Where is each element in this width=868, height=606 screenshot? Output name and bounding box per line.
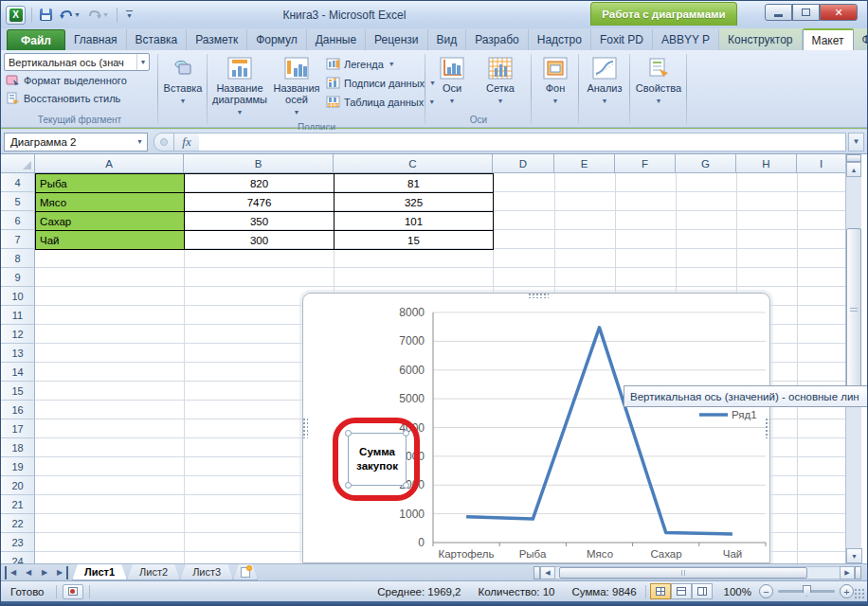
data-labels-button[interactable]: Подписи данных ▼: [324, 74, 438, 92]
reset-style-button[interactable]: Восстановить стиль: [4, 89, 155, 107]
row-header[interactable]: 5: [1, 192, 35, 211]
ribbon-tab[interactable]: Рецензи: [366, 29, 427, 50]
ribbon-tab[interactable]: Главная: [65, 29, 127, 50]
ribbon-tab[interactable]: ABBYY P: [653, 29, 719, 50]
selection-handle[interactable]: [403, 430, 409, 437]
cell-category[interactable]: Рыба: [36, 174, 185, 193]
last-sheet-button[interactable]: ▶: [53, 566, 68, 579]
selection-handle[interactable]: [345, 482, 352, 489]
record-macro-button[interactable]: [63, 584, 83, 599]
scroll-left-button[interactable]: ◀: [540, 566, 555, 579]
legend-button[interactable]: Легенда ▼: [324, 55, 438, 73]
cell-value-b[interactable]: 7476: [185, 193, 335, 212]
column-header[interactable]: C: [334, 154, 493, 173]
contextual-tools-header[interactable]: Работа с диаграммами: [590, 2, 737, 26]
selection-handle[interactable]: [345, 430, 352, 437]
maximize-button[interactable]: [792, 4, 820, 21]
chart-object[interactable]: 80007000 60005000 40003000 20001000 0 Ка…: [302, 293, 770, 563]
background-button[interactable]: Фон ▼: [534, 53, 576, 109]
undo-button[interactable]: ▼: [58, 7, 82, 24]
legend[interactable]: Ряд1: [699, 409, 757, 420]
chart-resize-handle-top[interactable]: [528, 293, 549, 298]
redo-dropdown-icon[interactable]: ▼: [102, 11, 109, 18]
row-header[interactable]: 8: [1, 249, 35, 268]
normal-view-button[interactable]: [650, 583, 671, 599]
chart-resize-handle-right[interactable]: [765, 418, 770, 438]
close-button[interactable]: ✕: [820, 4, 858, 21]
sheet-tab-list2[interactable]: Лист2: [127, 564, 180, 580]
horizontal-scrollbar[interactable]: ◀ ▶: [533, 565, 861, 580]
tab-konstruktor[interactable]: Конструктор: [719, 29, 802, 50]
insert-shapes-button[interactable]: Вставка ▼: [161, 53, 205, 109]
expand-formula-bar-button[interactable]: ▼: [848, 133, 864, 152]
insert-sheet-button[interactable]: [233, 564, 258, 580]
ribbon-tab[interactable]: Разметк: [187, 29, 247, 50]
row-header[interactable]: 14: [1, 363, 35, 382]
axes-button[interactable]: Оси ▼: [428, 53, 476, 109]
column-header[interactable]: D: [493, 154, 554, 173]
row-header[interactable]: 12: [1, 325, 35, 344]
row-header[interactable]: 9: [1, 268, 35, 287]
name-box[interactable]: Диаграмма 2 ▼: [4, 133, 148, 152]
excel-app-icon[interactable]: X: [6, 6, 26, 25]
row-header[interactable]: 4: [1, 173, 35, 192]
insert-function-button[interactable]: fx: [174, 133, 199, 152]
formula-input[interactable]: [199, 133, 846, 152]
vertical-axis-title[interactable]: Сумма закупок: [348, 433, 407, 486]
column-header[interactable]: G: [676, 154, 736, 173]
scroll-up-button[interactable]: ▲: [846, 162, 861, 177]
row-header[interactable]: 19: [1, 457, 35, 476]
select-all-corner[interactable]: [1, 154, 35, 173]
save-button[interactable]: [38, 7, 54, 24]
zoom-slider-thumb[interactable]: [803, 585, 811, 597]
ribbon-tab[interactable]: Разрабо: [466, 29, 529, 50]
properties-button[interactable]: Свойства ▼: [633, 53, 684, 109]
row-header[interactable]: 16: [1, 401, 35, 419]
column-header[interactable]: A: [35, 154, 184, 173]
ribbon-tab[interactable]: Foxit PD: [591, 29, 653, 50]
row-header[interactable]: 18: [1, 438, 35, 457]
cell-value-c[interactable]: 101: [335, 212, 494, 231]
vertical-scrollbar[interactable]: ▲ ▼: [845, 154, 861, 563]
tab-format[interactable]: Формат: [854, 29, 868, 50]
customize-qat-button[interactable]: ▼: [123, 7, 135, 24]
undo-dropdown-icon[interactable]: ▼: [74, 11, 81, 18]
row-header[interactable]: 7: [1, 230, 35, 249]
cell-value-c[interactable]: 325: [335, 193, 494, 212]
ribbon-tab[interactable]: Данные: [307, 29, 366, 50]
sheet-tab-list3[interactable]: Лист3: [180, 564, 233, 580]
axis-titles-button[interactable]: Названия осей ▼: [269, 53, 324, 120]
column-header[interactable]: H: [736, 154, 797, 173]
previous-sheet-button[interactable]: ◀: [21, 566, 36, 579]
zoom-in-button[interactable]: +: [840, 584, 854, 598]
scroll-down-button[interactable]: ▼: [846, 548, 862, 563]
row-header[interactable]: 20: [1, 476, 35, 495]
horizontal-split-handle[interactable]: [533, 566, 540, 579]
column-header[interactable]: E: [554, 154, 615, 173]
vertical-scroll-thumb[interactable]: [846, 228, 861, 391]
cell-category[interactable]: Мясо: [36, 193, 185, 212]
row-header[interactable]: 23: [1, 533, 35, 552]
cell-value-b[interactable]: 820: [185, 174, 335, 193]
chart-resize-handle-left[interactable]: [302, 418, 308, 438]
redo-button[interactable]: ▼: [86, 7, 111, 24]
gridlines-button[interactable]: Сетка ▼: [476, 53, 525, 109]
ribbon-tab[interactable]: Формул: [247, 29, 307, 50]
cell-value-b[interactable]: 350: [185, 212, 335, 231]
series-line[interactable]: [466, 328, 732, 534]
zoom-level[interactable]: 100%: [716, 586, 759, 597]
column-header[interactable]: I: [797, 154, 845, 173]
scroll-right-button[interactable]: ▶: [840, 566, 855, 579]
cell-category[interactable]: Чай: [36, 231, 185, 250]
zoom-out-button[interactable]: −: [759, 584, 773, 598]
page-break-view-button[interactable]: [692, 583, 713, 599]
first-sheet-button[interactable]: ◀: [5, 566, 20, 579]
ribbon-tab[interactable]: Вставка: [127, 29, 188, 50]
horizontal-scroll-thumb[interactable]: [559, 567, 807, 579]
resize-grip[interactable]: [854, 588, 865, 599]
analysis-button[interactable]: Анализ ▼: [582, 53, 627, 109]
page-layout-view-button[interactable]: [671, 583, 692, 599]
cell-value-b[interactable]: 300: [185, 231, 335, 250]
row-header[interactable]: 22: [1, 514, 35, 533]
vertical-split-handle[interactable]: [846, 154, 861, 162]
